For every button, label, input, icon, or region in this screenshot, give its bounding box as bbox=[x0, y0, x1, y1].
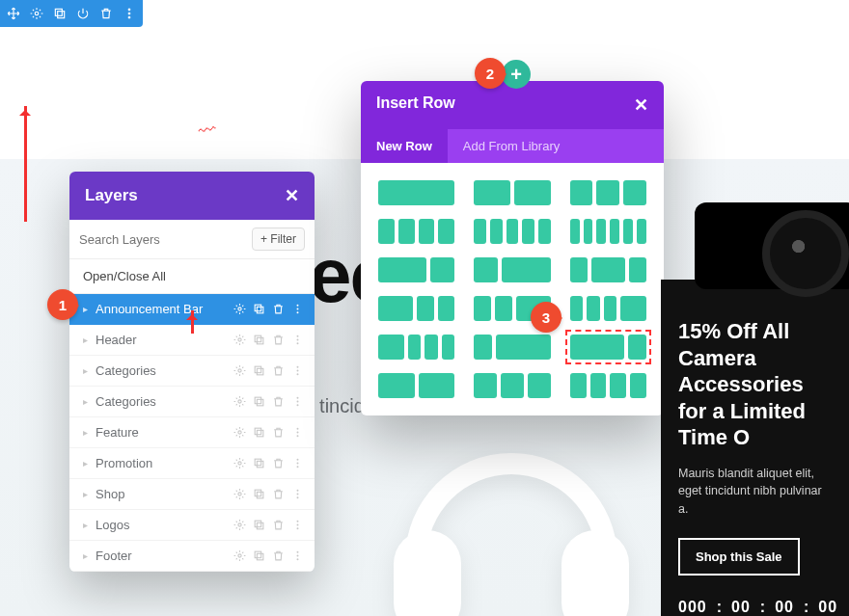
layer-trash-icon[interactable] bbox=[272, 457, 286, 470]
layer-gear-icon[interactable] bbox=[233, 457, 247, 470]
layer-more-icon[interactable] bbox=[291, 395, 305, 409]
row-layout-option[interactable] bbox=[570, 219, 646, 244]
svg-point-33 bbox=[297, 427, 299, 429]
toolbar-more-icon[interactable] bbox=[120, 4, 139, 23]
layer-duplicate-icon[interactable] bbox=[253, 364, 266, 378]
layer-item[interactable]: ▸Logos bbox=[69, 510, 315, 541]
row-layout-option[interactable] bbox=[570, 180, 646, 205]
layer-trash-icon[interactable] bbox=[272, 426, 286, 440]
svg-point-34 bbox=[297, 431, 299, 433]
countdown-cell: 00Sec bbox=[818, 599, 837, 616]
layer-more-icon[interactable] bbox=[291, 334, 305, 347]
layer-item[interactable]: ▸Categories bbox=[69, 356, 315, 387]
svg-point-10 bbox=[297, 308, 299, 309]
layer-more-icon[interactable] bbox=[291, 549, 305, 563]
layer-item[interactable]: ▸Footer bbox=[69, 541, 315, 572]
layer-trash-icon[interactable] bbox=[272, 303, 286, 316]
layer-gear-icon[interactable] bbox=[233, 364, 247, 378]
layers-title: Layers bbox=[85, 186, 138, 205]
countdown-value: 000 bbox=[678, 599, 707, 616]
row-layout-option[interactable] bbox=[378, 335, 454, 360]
layer-gear-icon[interactable] bbox=[233, 519, 247, 532]
svg-point-17 bbox=[297, 342, 299, 344]
layer-gear-icon[interactable] bbox=[233, 488, 247, 501]
insert-row-panel: Insert Row ✕ New Row Add From Library bbox=[361, 81, 664, 415]
chevron-right-icon: ▸ bbox=[83, 365, 88, 376]
row-layout-option[interactable] bbox=[570, 257, 646, 282]
layers-search-input[interactable] bbox=[79, 232, 244, 247]
svg-point-47 bbox=[297, 496, 299, 498]
promo-body: Mauris blandit aliquet elit, eget tincid… bbox=[678, 465, 832, 519]
layers-close-icon[interactable]: ✕ bbox=[285, 185, 299, 206]
layer-trash-icon[interactable] bbox=[272, 549, 286, 563]
row-layout-option[interactable] bbox=[474, 257, 550, 282]
layer-more-icon[interactable] bbox=[291, 488, 305, 501]
svg-rect-13 bbox=[255, 335, 261, 342]
svg-point-9 bbox=[297, 304, 299, 306]
svg-point-24 bbox=[238, 399, 241, 402]
layer-item[interactable]: ▸Promotion bbox=[69, 448, 315, 479]
layer-gear-icon[interactable] bbox=[233, 549, 247, 563]
layer-duplicate-icon[interactable] bbox=[253, 519, 266, 532]
row-layout-option[interactable] bbox=[378, 373, 454, 398]
layer-gear-icon[interactable] bbox=[233, 303, 247, 316]
svg-point-12 bbox=[238, 337, 241, 340]
layer-trash-icon[interactable] bbox=[272, 519, 286, 532]
svg-rect-20 bbox=[257, 368, 263, 375]
layer-item[interactable]: ▸Categories bbox=[69, 387, 315, 417]
layer-gear-icon[interactable] bbox=[233, 426, 247, 440]
layer-trash-icon[interactable] bbox=[272, 488, 286, 501]
toolbar-move-icon[interactable] bbox=[4, 4, 23, 23]
layers-open-close-all[interactable]: Open/Close All bbox=[69, 259, 315, 294]
toolbar-power-icon[interactable] bbox=[73, 4, 93, 23]
row-layout-option[interactable] bbox=[474, 219, 550, 244]
layer-item-label: Categories bbox=[96, 394, 233, 409]
row-layout-option[interactable] bbox=[474, 373, 550, 398]
insert-row-close-icon[interactable]: ✕ bbox=[634, 94, 648, 116]
svg-rect-19 bbox=[255, 366, 261, 373]
layer-duplicate-icon[interactable] bbox=[253, 334, 266, 347]
row-layout-option[interactable] bbox=[570, 373, 646, 398]
layer-more-icon[interactable] bbox=[291, 519, 305, 532]
layer-duplicate-icon[interactable] bbox=[253, 457, 266, 470]
layer-trash-icon[interactable] bbox=[272, 334, 286, 347]
layer-duplicate-icon[interactable] bbox=[253, 488, 266, 501]
layer-more-icon[interactable] bbox=[291, 457, 305, 470]
svg-point-40 bbox=[297, 462, 299, 464]
layer-trash-icon[interactable] bbox=[272, 364, 286, 378]
layer-duplicate-icon[interactable] bbox=[253, 303, 266, 316]
layer-more-icon[interactable] bbox=[291, 364, 305, 378]
layer-more-icon[interactable] bbox=[291, 303, 305, 316]
toolbar-gear-icon[interactable] bbox=[27, 4, 46, 23]
svg-rect-49 bbox=[255, 521, 261, 527]
layer-duplicate-icon[interactable] bbox=[253, 395, 266, 409]
layer-more-icon[interactable] bbox=[291, 426, 305, 440]
svg-rect-50 bbox=[257, 522, 263, 529]
svg-point-39 bbox=[297, 458, 299, 460]
layer-duplicate-icon[interactable] bbox=[253, 549, 266, 563]
svg-rect-44 bbox=[257, 492, 263, 497]
layer-item[interactable]: ▸Feature bbox=[69, 417, 315, 448]
layers-filter-button[interactable]: + Filter bbox=[252, 228, 305, 251]
layer-trash-icon[interactable] bbox=[272, 395, 286, 409]
svg-point-35 bbox=[297, 435, 299, 437]
layer-duplicate-icon[interactable] bbox=[253, 426, 266, 440]
countdown-separator: : bbox=[760, 599, 765, 616]
row-layout-option[interactable] bbox=[570, 335, 646, 360]
row-layout-option[interactable] bbox=[474, 180, 550, 205]
tab-add-from-library[interactable]: Add From Library bbox=[448, 129, 575, 163]
layer-item[interactable]: ▸Shop bbox=[69, 479, 315, 510]
row-layout-option[interactable] bbox=[378, 180, 454, 205]
row-layout-option[interactable] bbox=[378, 296, 454, 321]
toolbar-duplicate-icon[interactable] bbox=[50, 4, 69, 23]
toolbar-trash-icon[interactable] bbox=[96, 4, 116, 23]
row-layout-option[interactable] bbox=[474, 335, 550, 360]
layer-gear-icon[interactable] bbox=[233, 395, 247, 409]
promo-cta-button[interactable]: Shop this Sale bbox=[678, 538, 800, 576]
svg-rect-7 bbox=[255, 305, 261, 311]
row-layout-option[interactable] bbox=[378, 257, 454, 282]
row-layout-option[interactable] bbox=[570, 296, 646, 321]
layer-gear-icon[interactable] bbox=[233, 334, 247, 347]
tab-new-row[interactable]: New Row bbox=[361, 129, 448, 163]
row-layout-option[interactable] bbox=[378, 219, 454, 244]
